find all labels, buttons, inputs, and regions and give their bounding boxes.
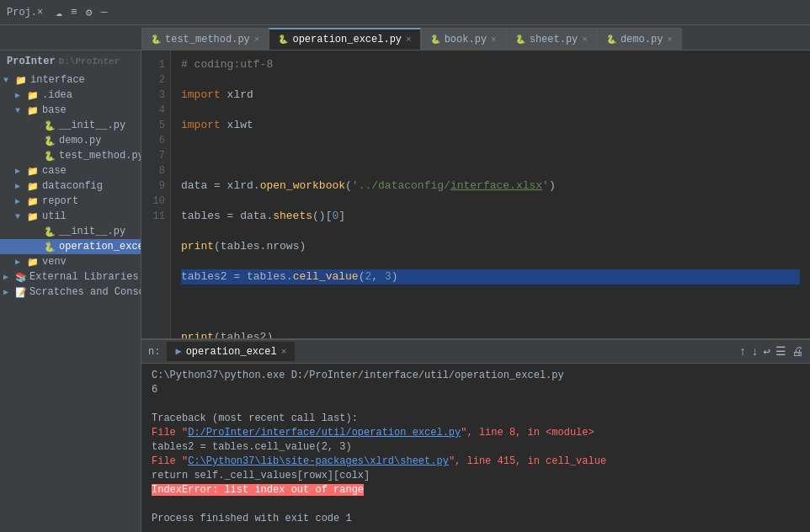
tab-book[interactable]: 🐍 book.py ×	[421, 28, 506, 50]
tab-demo-close[interactable]: ×	[667, 35, 673, 45]
minimize-icon[interactable]: —	[99, 6, 110, 19]
tab-test-method[interactable]: 🐍 test_method.py ×	[141, 28, 269, 50]
folder-icon: 📁	[27, 196, 39, 207]
tree-label: case	[42, 165, 67, 177]
arrow-icon: ▶	[15, 90, 27, 100]
tree-label: .idea	[42, 89, 72, 101]
term-exit-line: Process finished with exit code 1	[152, 512, 800, 526]
tree-label: util	[42, 210, 67, 222]
sidebar-item-operation-excel[interactable]: 🐍 operation_exce...	[0, 239, 141, 254]
tree-label: demo.py	[59, 135, 101, 146]
term-line	[152, 397, 800, 412]
library-icon: 📚	[15, 272, 27, 283]
project-path: D:\ProInter	[59, 56, 120, 66]
print-icon[interactable]: 🖨	[791, 345, 803, 359]
arrow-icon: ▼	[3, 76, 15, 85]
code-view[interactable]: 1 2 3 4 5 6 7 8 9 10 11 # coding:utf-8 i…	[141, 51, 810, 338]
folder-icon: 📁	[15, 75, 27, 86]
line-numbers: 1 2 3 4 5 6 7 8 9 10 11	[141, 51, 171, 338]
tab-operation-excel-close[interactable]: ×	[406, 35, 412, 45]
spacer	[32, 242, 44, 252]
arrow-icon: ▶	[3, 287, 15, 297]
sidebar-item-interface[interactable]: ▼ 📁 interface	[0, 72, 141, 88]
arrow-icon: ▶	[3, 272, 15, 282]
tab-sheet-close[interactable]: ×	[582, 35, 588, 45]
tab-book-close[interactable]: ×	[491, 35, 497, 45]
menu-icon[interactable]: ≡	[68, 6, 80, 19]
term-blank-line	[152, 497, 800, 512]
sidebar-item-test-method[interactable]: 🐍 test_method.py	[0, 148, 141, 163]
tree-label: interface	[30, 74, 85, 86]
folder-icon: 📁	[27, 90, 39, 101]
cloud-icon[interactable]: ☁	[53, 6, 65, 19]
run-label: n:	[141, 346, 167, 358]
sidebar-item-init-util[interactable]: 🐍 __init__.py	[0, 224, 141, 239]
spacer	[32, 136, 44, 146]
settings-icon[interactable]: ⚙	[83, 6, 95, 19]
tree-label: base	[42, 104, 67, 116]
tab-demo[interactable]: 🐍 demo.py ×	[597, 28, 682, 50]
sidebar-header: ProInter D:\ProInter	[0, 51, 141, 72]
arrow-icon: ▶	[15, 257, 27, 267]
tree-label: venv	[42, 256, 67, 268]
terminal-output: C:\Python37\python.exe D:/ProInter/inter…	[141, 364, 810, 532]
title-bar-icons: ☁ ≡ ⚙ —	[53, 6, 109, 19]
term-line: 6	[152, 383, 800, 397]
tree-label: test_method.py	[59, 150, 141, 162]
tab-operation-excel[interactable]: 🐍 operation_excel.py ×	[269, 28, 420, 50]
scratches-icon: 📝	[15, 287, 27, 298]
main-area: ProInter D:\ProInter ▼ 📁 interface ▶ 📁 .…	[0, 51, 810, 532]
project-name-label: ProInter	[7, 56, 56, 67]
bottom-tab-close[interactable]: ×	[281, 347, 287, 357]
sidebar-item-util[interactable]: ▼ 📁 util	[0, 209, 141, 224]
python-file-icon: 🐍	[44, 226, 56, 237]
arrow-icon: ▼	[15, 106, 27, 115]
term-line: Traceback (most recent call last):	[152, 412, 800, 426]
tab-sheet-label: sheet.py	[530, 34, 578, 45]
error-file-link-2[interactable]: C:\Python37\lib\site-packages\xlrd\sheet…	[188, 455, 449, 467]
editor-area: 1 2 3 4 5 6 7 8 9 10 11 # coding:utf-8 i…	[141, 51, 810, 532]
sidebar-item-demo-py[interactable]: 🐍 demo.py	[0, 133, 141, 148]
scroll-down-icon[interactable]: ↓	[751, 345, 758, 359]
error-file-link[interactable]: D:/ProInter/interface/util/operation_exc…	[188, 427, 461, 439]
term-error-line: File "D:/ProInter/interface/util/operati…	[152, 426, 800, 440]
sidebar-item-external-libs[interactable]: ▶ 📚 External Libraries	[0, 269, 141, 285]
sidebar-item-scratches[interactable]: ▶ 📝 Scratches and Consoles	[0, 285, 141, 300]
sidebar-item-dataconfig[interactable]: ▶ 📁 dataconfig	[0, 178, 141, 194]
folder-icon: 📁	[27, 166, 39, 177]
python-file-icon: 🐍	[44, 151, 56, 162]
python-file-icon: 🐍	[44, 120, 56, 131]
sidebar-item-idea[interactable]: ▶ 📁 .idea	[0, 88, 141, 103]
tab-book-label: book.py	[445, 34, 487, 45]
bottom-tab-run[interactable]: ▶ operation_excel ×	[167, 342, 295, 361]
tab-sheet[interactable]: 🐍 sheet.py ×	[506, 28, 597, 50]
sidebar-item-venv[interactable]: ▶ 📁 venv	[0, 254, 141, 269]
spacer	[32, 152, 44, 161]
arrow-icon: ▶	[15, 181, 27, 191]
term-line: tables2 = tables.cell_value(2, 3)	[152, 440, 800, 455]
arrow-icon: ▼	[15, 212, 27, 221]
term-index-error-line: IndexError: list index out of range	[152, 483, 800, 497]
tree-label: operation_exce...	[59, 241, 141, 253]
scroll-up-icon[interactable]: ↑	[739, 345, 746, 359]
tree-label: report	[42, 195, 78, 207]
term-line: C:\Python37\python.exe D:/ProInter/inter…	[152, 369, 800, 383]
title-bar: Proj.× ☁ ≡ ⚙ —	[0, 0, 810, 25]
folder-icon: 📁	[27, 181, 39, 192]
tab-test-method-close[interactable]: ×	[254, 35, 260, 45]
project-title: Proj.×	[7, 7, 43, 19]
sidebar-item-base[interactable]: ▼ 📁 base	[0, 103, 141, 118]
python-file-icon: 🐍	[44, 242, 56, 253]
wrap-icon[interactable]: ↩	[764, 344, 770, 359]
tab-demo-label: demo.py	[621, 34, 663, 45]
sidebar-item-init-base[interactable]: 🐍 __init__.py	[0, 118, 141, 133]
term-line: return self._cell_values[rowx][colx]	[152, 469, 800, 483]
filter-icon[interactable]: ☰	[775, 344, 786, 359]
sidebar-item-case[interactable]: ▶ 📁 case	[0, 163, 141, 178]
code-editor[interactable]: # coding:utf-8 import xlrd import xlwt d…	[171, 51, 810, 338]
sidebar: ProInter D:\ProInter ▼ 📁 interface ▶ 📁 .…	[0, 51, 141, 532]
index-error-highlight: IndexError: list index out of range	[152, 484, 364, 496]
bottom-tab-label: operation_excel	[186, 346, 277, 358]
sidebar-item-report[interactable]: ▶ 📁 report	[0, 194, 141, 209]
tab-test-method-label: test_method.py	[165, 34, 250, 45]
